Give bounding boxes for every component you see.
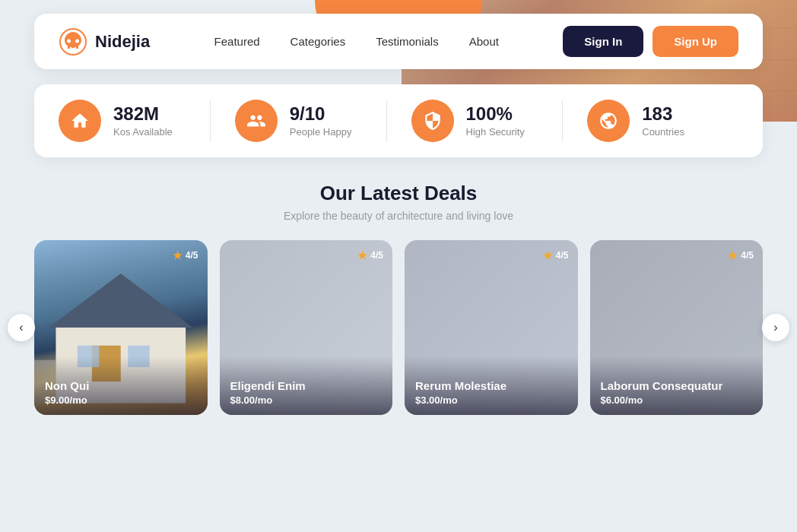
stat-kos-text: 382M Kos Available [113,104,173,137]
card-4-rating: ★ 4/5 [728,249,754,261]
card-3-price: $3.00/mo [415,394,567,406]
cards-row: Non Qui $9.00/mo ★ 4/5 Eligendi Enim $8.… [34,240,763,415]
card-1-rating: ★ 4/5 [173,249,198,261]
users-icon [246,111,266,131]
stat-security-text: 100% High Security [466,104,525,137]
card-2[interactable]: Eligendi Enim $8.00/mo ★ 4/5 [220,240,393,415]
nav-about[interactable]: About [469,35,499,48]
card-2-rating: ★ 4/5 [357,249,383,261]
card-2-overlay: Eligendi Enim $8.00/mo [220,356,393,415]
card-2-price: $8.00/mo [230,394,383,406]
card-1-price: $9.00/mo [45,394,197,406]
stat-people-number: 9/10 [290,104,352,124]
star-icon-3: ★ [543,249,553,261]
star-icon-1: ★ [173,249,183,261]
stat-kos: 382M Kos Available [59,100,210,142]
deals-subtitle: Explore the beauty of architecture and l… [0,210,797,222]
stat-icon-shield [411,100,454,142]
svg-marker-4 [49,274,193,328]
stat-people: 9/10 People Happy [210,100,386,142]
brand-name: Nidejia [95,32,150,52]
stat-icon-home [59,100,101,142]
stat-icon-globe [587,100,630,142]
deals-section: Our Latest Deals Explore the beauty of a… [0,182,797,222]
stat-countries-text: 183 Countries [642,104,684,137]
stat-security-number: 100% [466,104,525,124]
svg-point-1 [67,39,71,43]
nav-categories[interactable]: Categories [291,35,346,48]
signin-button[interactable]: Sign In [563,26,643,57]
stat-people-label: People Happy [290,126,352,138]
stat-security: 100% High Security [386,100,563,142]
card-1[interactable]: Non Qui $9.00/mo ★ 4/5 [34,240,208,415]
navbar: Nidejia Featured Categories Testimonials… [34,14,763,69]
signup-button[interactable]: Sign Up [653,26,738,57]
nav-featured[interactable]: Featured [214,35,260,48]
cards-container: ‹ Non Qui $9.00/mo [0,240,797,415]
stat-countries-label: Countries [642,126,684,138]
next-arrow[interactable]: › [762,314,789,341]
star-icon-4: ★ [728,249,738,261]
card-4-name: Laborum Consequatur [601,379,753,392]
card-3-rating: ★ 4/5 [543,249,569,261]
card-3-overlay: Rerum Molestiae $3.00/mo [405,356,578,415]
globe-icon [599,111,618,131]
stat-countries: 183 Countries [562,100,738,142]
shield-icon [423,111,443,131]
stats-bar: 382M Kos Available 9/10 People Happy 100… [34,84,763,157]
nav-links: Featured Categories Testimonials About [214,35,499,49]
card-3[interactable]: Rerum Molestiae $3.00/mo ★ 4/5 [405,240,578,415]
stat-people-text: 9/10 People Happy [290,104,352,137]
card-2-name: Eligendi Enim [230,379,383,392]
stat-countries-number: 183 [642,104,684,124]
deals-title: Our Latest Deals [0,182,797,205]
card-3-name: Rerum Molestiae [415,379,567,392]
card-1-overlay: Non Qui $9.00/mo [34,356,208,415]
svg-point-2 [75,39,79,43]
stat-icon-users [235,100,278,142]
prev-arrow[interactable]: ‹ [8,314,35,341]
star-icon-2: ★ [357,249,367,261]
stat-security-label: High Security [466,126,525,138]
card-1-name: Non Qui [45,379,197,392]
logo: Nidejia [59,27,150,56]
card-4[interactable]: Laborum Consequatur $6.00/mo ★ 4/5 [590,240,764,415]
nav-buttons: Sign In Sign Up [563,26,738,57]
home-icon [70,111,90,131]
card-4-price: $6.00/mo [601,394,753,406]
logo-icon [59,27,87,56]
nav-testimonials[interactable]: Testimonials [376,35,439,48]
stat-kos-label: Kos Available [113,126,173,138]
stat-kos-number: 382M [113,104,173,124]
card-4-overlay: Laborum Consequatur $6.00/mo [590,356,764,415]
